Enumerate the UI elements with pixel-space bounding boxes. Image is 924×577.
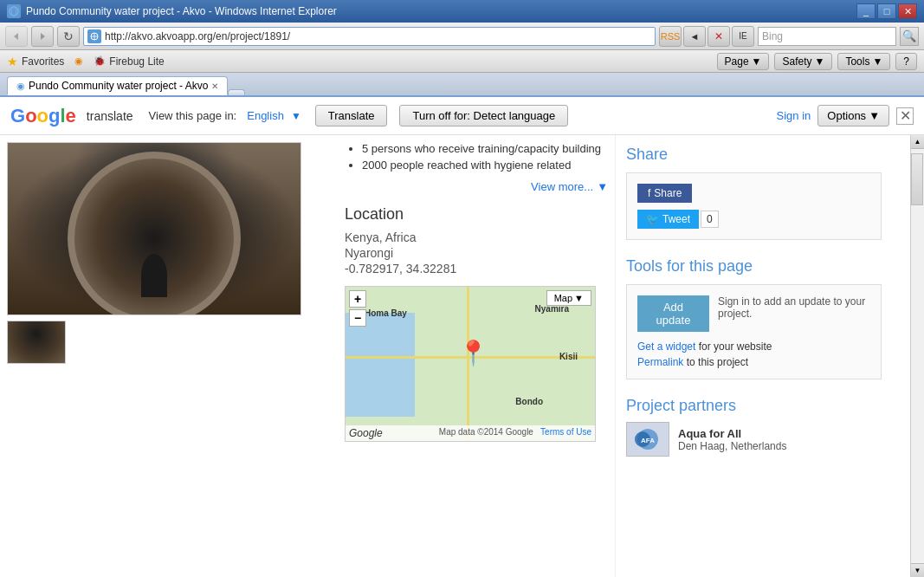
help-icon: ? [903, 55, 909, 68]
nav-bar: ↻ http://akvo.akvoapp.org/en/project/189… [0, 23, 924, 50]
svg-marker-2 [14, 33, 18, 40]
rss-link[interactable]: ◉ [74, 55, 83, 67]
share-section: Share f Share 🐦 Tweet 0 [626, 146, 882, 240]
tab-icon: ◉ [16, 81, 25, 92]
options-dropdown-icon: ▼ [869, 109, 880, 122]
map-zoom-out-button[interactable]: − [349, 309, 366, 327]
tools-title: Tools for this page [626, 257, 882, 276]
right-panel: Share f Share 🐦 Tweet 0 [615, 135, 892, 577]
minimize-button[interactable]: _ [856, 3, 876, 19]
options-button[interactable]: Options ▼ [817, 105, 889, 126]
svg-point-1 [12, 7, 16, 16]
translate-button[interactable]: Translate [315, 105, 388, 126]
page-label: Page [725, 55, 749, 68]
translate-close-button[interactable]: ✕ [896, 107, 914, 125]
help-button[interactable]: ? [895, 53, 917, 70]
translate-label: translate [87, 109, 133, 123]
language-dropdown-icon[interactable]: ▼ [291, 110, 301, 122]
list-item-1: 5 persons who receive training/capacity … [362, 142, 608, 155]
translate-right: Sign in Options ▼ ✕ [777, 105, 914, 126]
permalink-row: Permalink to this project [637, 356, 870, 368]
firebug-icon: 🐞 [94, 55, 106, 67]
search-submit-button[interactable]: 🔍 [900, 27, 919, 46]
view-more-link[interactable]: View more... ▼ [345, 180, 608, 193]
google-logo: Google [10, 105, 76, 127]
close-button[interactable]: ✕ [898, 3, 917, 19]
map-copyright: Map data ©2014 Google [439, 427, 533, 437]
svg-marker-3 [41, 33, 45, 40]
partner-logo: AFA [626, 422, 669, 457]
forward-button[interactable] [31, 26, 54, 47]
active-tab[interactable]: ◉ Pundo Community water project - Akvo ✕ [7, 76, 228, 95]
new-tab-button[interactable] [228, 89, 245, 95]
tweet-count: 0 [701, 211, 719, 228]
stop-button[interactable]: ✕ [708, 26, 730, 47]
list-item-2: 2000 people reached with hygiene related [362, 159, 608, 172]
twitter-icon: 🐦 [646, 213, 659, 225]
tweet-button[interactable]: 🐦 Tweet [637, 210, 699, 229]
map-container: Homa Bay Nyamira Kisii Bondo 📍 + − Map ▼ [345, 286, 596, 442]
thumbnail-strip [7, 321, 331, 364]
map-type-label: Map [554, 293, 572, 303]
scroll-thumb[interactable] [911, 153, 923, 205]
location-region: Nyarongi [345, 246, 608, 260]
page-icon [87, 29, 101, 43]
scrollbar: ▲ ▼ [910, 135, 924, 577]
tweet-row: 🐦 Tweet 0 [637, 210, 870, 229]
favorites-menu[interactable]: ★ Favorites [7, 55, 64, 68]
back-page-button[interactable]: ◄ [683, 26, 706, 47]
partner-item: AFA Aqua for All Den Haag, Netherlands [626, 422, 882, 457]
nav-icons: RSS ◄ ✕ IE [659, 26, 754, 47]
permalink-suffix: to this project [687, 356, 748, 368]
scroll-track [911, 149, 924, 563]
back-button[interactable] [5, 26, 28, 47]
ie-compat-button[interactable]: IE [732, 26, 754, 47]
tools-menu[interactable]: Tools ▼ [837, 53, 890, 70]
project-partners-section: Project partners AFA Aqua for All Den Ha… [626, 397, 882, 457]
scroll-up-button[interactable]: ▲ [911, 135, 924, 149]
map-terms-link[interactable]: Terms of Use [540, 427, 591, 437]
menu-bar: ★ Favorites ◉ 🐞 Firebug Lite Page ▼ Safe… [0, 50, 924, 73]
address-bar[interactable]: http://akvo.akvoapp.org/en/project/1891/ [83, 27, 656, 46]
page-menu[interactable]: Page ▼ [717, 53, 770, 70]
tab-label: Pundo Community water project - Akvo [29, 80, 208, 92]
fb-share-label: Share [654, 187, 682, 199]
tools-section: Tools for this page Add update Sign in t… [626, 257, 882, 379]
restore-button[interactable]: □ [877, 3, 896, 19]
map-water [346, 313, 415, 417]
refresh-button[interactable]: ↻ [57, 26, 80, 47]
menu-right: Page ▼ Safety ▼ Tools ▼ ? [717, 53, 917, 70]
tweet-label: Tweet [662, 213, 690, 225]
middle-panel: 5 persons who receive training/capacity … [338, 135, 615, 577]
tab-close-button[interactable]: ✕ [211, 81, 218, 91]
view-more-text: View more... [531, 180, 593, 193]
safety-menu[interactable]: Safety ▼ [774, 53, 832, 70]
scroll-down-button[interactable]: ▼ [911, 563, 924, 577]
map-background: Homa Bay Nyamira Kisii Bondo 📍 + − Map ▼ [346, 287, 595, 441]
view-page-in-text: View this page in: [149, 109, 237, 122]
map-type-button[interactable]: Map ▼ [546, 290, 591, 306]
search-bar[interactable]: Bing [758, 27, 896, 46]
view-more-triangle-icon: ▼ [597, 180, 608, 193]
widget-suffix: for your website [699, 340, 772, 353]
sign-in-link[interactable]: Sign in [777, 109, 811, 122]
facebook-share-button[interactable]: f Share [637, 184, 692, 203]
map-label-bondo: Bondo [515, 397, 543, 406]
tools-box: Add update Sign in to add an update to y… [626, 284, 882, 379]
partner-info: Aqua for All Den Haag, Netherlands [678, 427, 786, 452]
map-zoom-in-button[interactable]: + [349, 290, 366, 308]
thumbnail-image-1[interactable] [7, 321, 66, 364]
content-wrapper: 5 persons who receive training/capacity … [0, 135, 924, 577]
widget-link[interactable]: Get a widget [637, 340, 695, 353]
turn-off-button[interactable]: Turn off for: Detect language [399, 105, 568, 126]
add-update-button[interactable]: Add update [637, 295, 709, 332]
partners-title: Project partners [626, 397, 882, 415]
map-footer: Google Map data ©2014 Google Terms of Us… [346, 425, 595, 441]
language-link[interactable]: English [247, 109, 284, 122]
permalink-link[interactable]: Permalink [637, 356, 683, 368]
firebug-menu[interactable]: 🐞 Firebug Lite [94, 55, 164, 68]
rss-button[interactable]: RSS [659, 26, 682, 47]
main-content: 5 persons who receive training/capacity … [0, 135, 910, 577]
partner-location: Den Haag, Netherlands [678, 440, 786, 452]
widget-row: Get a widget for your website [637, 340, 870, 353]
